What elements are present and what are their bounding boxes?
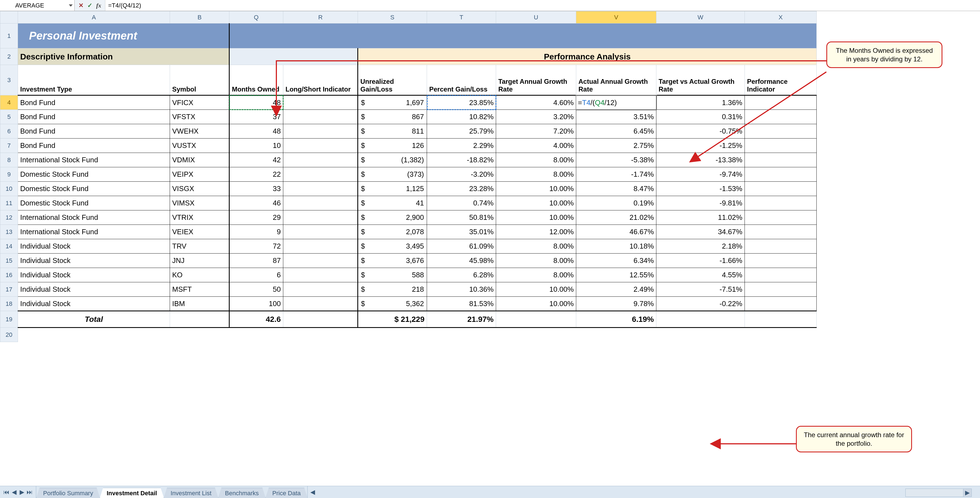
cell-B4[interactable]: VFICX	[170, 96, 229, 110]
cancel-icon[interactable]: ✕	[78, 2, 83, 9]
section-descriptive[interactable]: Descriptive Information	[18, 48, 229, 65]
cell-S12[interactable]: $2,900	[358, 211, 427, 225]
row-head-17[interactable]: 17	[0, 283, 18, 297]
hdr-target-rate[interactable]: Target Annual Growth Rate	[496, 65, 576, 96]
cell-R18[interactable]	[283, 297, 358, 311]
cell-B16[interactable]: KO	[170, 268, 229, 283]
cell-B9[interactable]: VEIPX	[170, 167, 229, 182]
cell-S5[interactable]: $867	[358, 110, 427, 124]
cell-T4[interactable]: 23.85%	[427, 96, 496, 110]
cell-B6[interactable]: VWEHX	[170, 124, 229, 139]
cell-A10[interactable]: Domestic Stock Fund	[18, 182, 170, 196]
col-head-B[interactable]: B	[170, 11, 229, 24]
cell-A11[interactable]: Domestic Stock Fund	[18, 196, 170, 211]
cell-B18[interactable]: IBM	[170, 297, 229, 311]
cell-T10[interactable]: 23.28%	[427, 182, 496, 196]
cell-Q9[interactable]: 22	[229, 167, 283, 182]
cell-B13[interactable]: VEIEX	[170, 225, 229, 239]
col-head-X[interactable]: X	[745, 11, 817, 24]
cell-Q4[interactable]: 48	[229, 96, 283, 110]
cell-S8[interactable]: $(1,382)	[358, 153, 427, 167]
name-box[interactable]: AVERAGE	[0, 0, 75, 11]
cell-A15[interactable]: Individual Stock	[18, 254, 170, 268]
total-w[interactable]	[656, 311, 745, 328]
cell-X16[interactable]	[745, 268, 817, 283]
cell-U12[interactable]: 10.00%	[496, 211, 576, 225]
cell-S17[interactable]: $218	[358, 283, 427, 297]
cell-W4[interactable]: 1.36%	[656, 96, 745, 110]
cell-T13[interactable]: 35.01%	[427, 225, 496, 239]
hdr-unrealized[interactable]: Unrealized Gain/Loss	[358, 65, 427, 96]
cell-A13[interactable]: International Stock Fund	[18, 225, 170, 239]
cell-B15[interactable]: JNJ	[170, 254, 229, 268]
row-head-18[interactable]: 18	[0, 297, 18, 311]
row-head-14[interactable]: 14	[0, 239, 18, 254]
scroll-right-icon[interactable]: ▶	[963, 489, 971, 496]
cell-Q13[interactable]: 9	[229, 225, 283, 239]
col-head-U[interactable]: U	[496, 11, 576, 24]
cell-B5[interactable]: VFSTX	[170, 110, 229, 124]
cell-R16[interactable]	[283, 268, 358, 283]
cell-X11[interactable]	[745, 196, 817, 211]
tab-last-icon[interactable]: ⏭	[26, 488, 33, 496]
row-head-5[interactable]: 5	[0, 110, 18, 124]
blank-row[interactable]	[18, 328, 817, 342]
cell-B7[interactable]: VUSTX	[170, 139, 229, 153]
cell-A16[interactable]: Individual Stock	[18, 268, 170, 283]
cell-T17[interactable]: 10.36%	[427, 283, 496, 297]
cell-R6[interactable]	[283, 124, 358, 139]
title-cell[interactable]: Personal Investment	[18, 24, 229, 48]
cell-V10[interactable]: 8.47%	[576, 182, 656, 196]
cell-S14[interactable]: $3,495	[358, 239, 427, 254]
cell-V17[interactable]: 2.49%	[576, 283, 656, 297]
col-head-V[interactable]: V	[576, 11, 656, 24]
cell-S7[interactable]: $126	[358, 139, 427, 153]
row-head-3[interactable]: 3	[0, 65, 18, 96]
cell-W13[interactable]: 34.67%	[656, 225, 745, 239]
cell-R13[interactable]	[283, 225, 358, 239]
cell-V13[interactable]: 46.67%	[576, 225, 656, 239]
cell-S10[interactable]: $1,125	[358, 182, 427, 196]
cell-X9[interactable]	[745, 167, 817, 182]
cell-R8[interactable]	[283, 153, 358, 167]
cell-U5[interactable]: 3.20%	[496, 110, 576, 124]
cell-Q11[interactable]: 46	[229, 196, 283, 211]
cell-X4[interactable]	[745, 96, 817, 110]
cell-A5[interactable]: Bond Fund	[18, 110, 170, 124]
row-head-16[interactable]: 16	[0, 268, 18, 283]
cell-X14[interactable]	[745, 239, 817, 254]
cell-W7[interactable]: -1.25%	[656, 139, 745, 153]
hdr-actual-rate[interactable]: Actual Annual Growth Rate	[576, 65, 656, 96]
cell-W5[interactable]: 0.31%	[656, 110, 745, 124]
cell-U13[interactable]: 12.00%	[496, 225, 576, 239]
total-t[interactable]: 21.97%	[427, 311, 496, 328]
cell-Q8[interactable]: 42	[229, 153, 283, 167]
cell-Q17[interactable]: 50	[229, 283, 283, 297]
cell-U9[interactable]: 8.00%	[496, 167, 576, 182]
cell-T12[interactable]: 50.81%	[427, 211, 496, 225]
cell-W12[interactable]: 11.02%	[656, 211, 745, 225]
hdr-symbol[interactable]: Symbol	[170, 65, 229, 96]
cell-R15[interactable]	[283, 254, 358, 268]
cell-S13[interactable]: $2,078	[358, 225, 427, 239]
cell-V5[interactable]: 3.51%	[576, 110, 656, 124]
cell-T8[interactable]: -18.82%	[427, 153, 496, 167]
row-head-10[interactable]: 10	[0, 182, 18, 196]
cell-T9[interactable]: -3.20%	[427, 167, 496, 182]
cell-A8[interactable]: International Stock Fund	[18, 153, 170, 167]
cell-X17[interactable]	[745, 283, 817, 297]
cell-Q12[interactable]: 29	[229, 211, 283, 225]
cell-R10[interactable]	[283, 182, 358, 196]
cell-W15[interactable]: -1.66%	[656, 254, 745, 268]
cell-S16[interactable]: $588	[358, 268, 427, 283]
tab-next-icon[interactable]: ▶	[18, 488, 25, 496]
cell-U18[interactable]: 10.00%	[496, 297, 576, 311]
cell-V12[interactable]: 21.02%	[576, 211, 656, 225]
cell-Q18[interactable]: 100	[229, 297, 283, 311]
cell-R9[interactable]	[283, 167, 358, 182]
row-head-15[interactable]: 15	[0, 254, 18, 268]
select-all-corner[interactable]	[0, 11, 18, 24]
cell-A17[interactable]: Individual Stock	[18, 283, 170, 297]
cell-S4[interactable]: $1,697	[358, 96, 427, 110]
cell-R12[interactable]	[283, 211, 358, 225]
